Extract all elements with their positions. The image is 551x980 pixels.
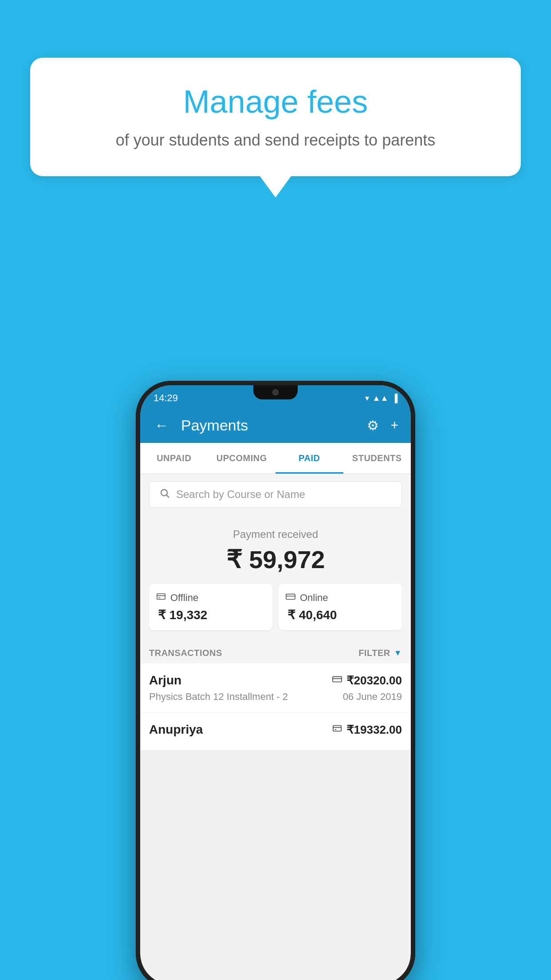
filter-label: FILTER (358, 648, 390, 658)
transaction-amount-row: ₹20320.00 (332, 674, 402, 688)
bubble-title: Manage fees (52, 84, 499, 119)
filter-icon: ▼ (394, 648, 402, 658)
online-amount: ₹ 40,640 (286, 608, 337, 622)
transaction-item[interactable]: Anupriya ₹19332.00 (140, 713, 411, 751)
bubble-subtitle: of your students and send receipts to pa… (52, 129, 499, 151)
app-bar-title: Payments (181, 417, 356, 434)
speech-bubble: Manage fees of your students and send re… (30, 58, 521, 176)
tab-upcoming[interactable]: UPCOMING (208, 443, 276, 474)
online-label: Online (300, 592, 328, 604)
wifi-icon: ▾ (365, 393, 369, 403)
svg-rect-2 (157, 594, 165, 600)
svg-rect-9 (333, 726, 341, 731)
app-bar-actions: ⚙ + (365, 416, 400, 435)
offline-card: Offline ₹ 19,332 (149, 584, 272, 630)
online-card-header: Online (286, 592, 328, 604)
phone-frame: 14:29 ▾ ▲▲ ▐ ← Payments ⚙ + UNPAID (136, 381, 415, 980)
offline-payment-icon (332, 723, 342, 736)
card-payment-icon (332, 674, 342, 687)
tab-bar: UNPAID UPCOMING PAID STUDENTS (140, 443, 411, 474)
transaction-amount: ₹20320.00 (346, 674, 402, 688)
offline-icon (156, 592, 166, 604)
transaction-name: Anupriya (149, 723, 203, 737)
transaction-date: 06 June 2019 (343, 691, 402, 703)
transaction-amount: ₹19332.00 (346, 723, 402, 737)
transactions-label: TRANSACTIONS (149, 648, 222, 658)
camera-dot (272, 389, 279, 395)
add-button[interactable]: + (389, 416, 400, 435)
svg-rect-5 (286, 594, 295, 600)
battery-icon: ▐ (392, 394, 398, 403)
online-icon (286, 592, 295, 604)
transaction-course: Physics Batch 12 Installment - 2 (149, 691, 288, 703)
payment-cards: Offline ₹ 19,332 (149, 584, 402, 630)
signal-icon: ▲▲ (373, 394, 389, 403)
tab-students[interactable]: STUDENTS (343, 443, 411, 474)
online-card: Online ₹ 40,640 (279, 584, 402, 630)
offline-amount: ₹ 19,332 (156, 608, 207, 622)
offline-card-header: Offline (156, 592, 198, 604)
svg-line-1 (167, 495, 169, 498)
tab-paid[interactable]: PAID (276, 443, 343, 474)
phone-notch (253, 385, 298, 399)
transactions-header: TRANSACTIONS FILTER ▼ (140, 639, 411, 664)
transaction-list: Arjun ₹20320.00 Physics (140, 664, 411, 751)
offline-label: Offline (170, 592, 198, 604)
filter-button[interactable]: FILTER ▼ (358, 648, 402, 658)
back-button[interactable]: ← (151, 414, 172, 437)
transaction-name: Arjun (149, 673, 181, 688)
status-time: 14:29 (153, 392, 178, 404)
search-placeholder: Search by Course or Name (176, 488, 305, 501)
payment-summary: Payment received ₹ 59,972 (140, 515, 411, 639)
transaction-amount-row: ₹19332.00 (332, 723, 402, 737)
search-container: Search by Course or Name (140, 474, 411, 515)
settings-button[interactable]: ⚙ (365, 416, 381, 435)
transaction-item[interactable]: Arjun ₹20320.00 Physics (140, 664, 411, 713)
svg-point-0 (161, 490, 167, 496)
app-bar: ← Payments ⚙ + (140, 407, 411, 443)
search-bar[interactable]: Search by Course or Name (149, 481, 402, 508)
payment-total: ₹ 59,972 (149, 545, 402, 574)
svg-rect-7 (332, 677, 341, 682)
tab-unpaid[interactable]: UNPAID (140, 443, 208, 474)
phone-screen: 14:29 ▾ ▲▲ ▐ ← Payments ⚙ + UNPAID (140, 385, 411, 980)
status-icons: ▾ ▲▲ ▐ (365, 393, 398, 403)
search-icon (159, 488, 170, 502)
payment-label: Payment received (149, 528, 402, 541)
